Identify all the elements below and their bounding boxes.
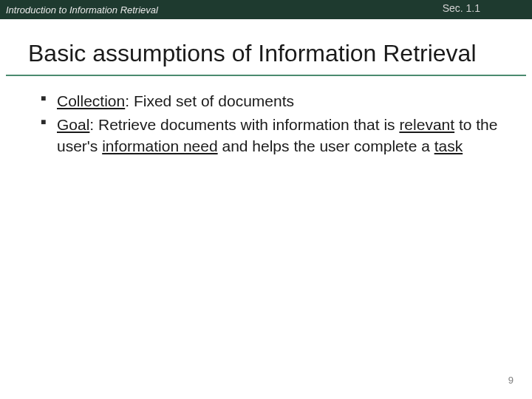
term-information-need: information need <box>102 137 217 154</box>
slide-title: Basic assumptions of Information Retriev… <box>6 19 526 76</box>
presentation-title: Introduction to Information Retrieval <box>6 4 158 16</box>
term-goal: Goal <box>57 116 89 133</box>
bullet-text: and helps the user complete a <box>218 137 434 154</box>
bullet-item: Collection: Fixed set of documents <box>41 91 502 112</box>
bullet-text: : Retrieve documents with information th… <box>89 116 399 133</box>
header-bar: Introduction to Information Retrieval Se… <box>0 0 532 19</box>
bullet-item: Goal: Retrieve documents with informatio… <box>41 115 502 157</box>
term-collection: Collection <box>57 92 125 109</box>
page-number: 9 <box>508 375 514 386</box>
bullet-text: : Fixed set of documents <box>125 92 294 109</box>
content-area: Collection: Fixed set of documents Goal:… <box>0 76 532 157</box>
term-task: task <box>434 137 463 154</box>
term-relevant: relevant <box>399 116 454 133</box>
section-label: Sec. 1.1 <box>443 2 480 14</box>
